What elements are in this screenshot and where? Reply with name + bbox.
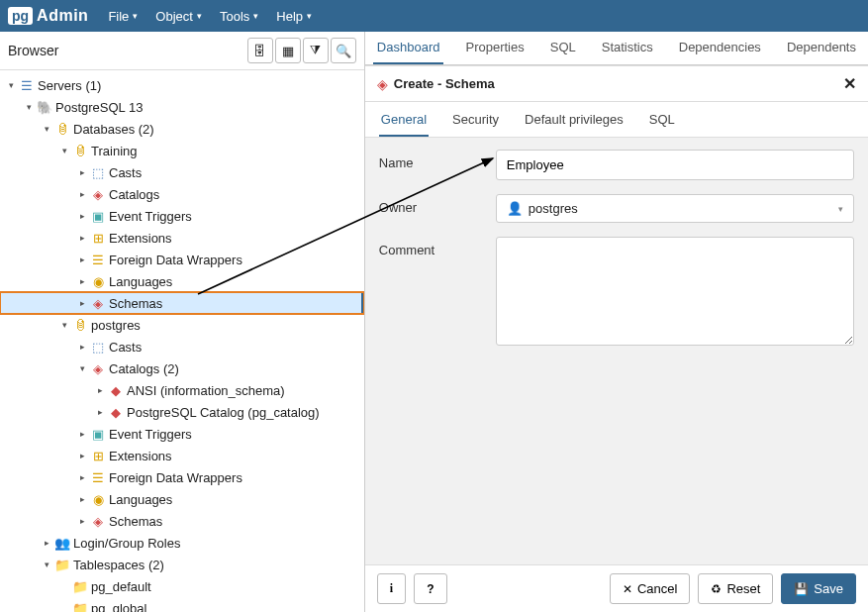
tree-pg13[interactable]: ▾🐘PostgreSQL 13 <box>0 96 364 118</box>
chevron-down-icon: ▾ <box>253 11 258 21</box>
info-button[interactable]: i <box>377 573 406 604</box>
chevron-down-icon: ▾ <box>40 124 53 134</box>
name-input[interactable] <box>496 150 854 180</box>
tree-training-fdw[interactable]: ▸☰Foreign Data Wrappers <box>0 249 364 270</box>
browser-tool-database[interactable]: 🗄 <box>247 38 273 63</box>
browser-tool-grid[interactable]: ▦ <box>275 38 301 63</box>
chevron-right-icon: ▸ <box>93 385 107 395</box>
tree-postgres-catalogs[interactable]: ▾◈Catalogs (2) <box>0 357 364 379</box>
owner-select[interactable]: 👤 postgres ▾ <box>496 194 854 223</box>
chevron-down-icon: ▾ <box>40 560 53 569</box>
tab-statistics[interactable]: Statistics <box>598 32 657 64</box>
menu-help[interactable]: Help▾ <box>276 9 312 24</box>
tree-databases[interactable]: ▾🛢Databases (2) <box>0 118 364 140</box>
save-button[interactable]: 💾Save <box>781 573 856 604</box>
fdw-icon: ☰ <box>89 253 107 267</box>
object-tree[interactable]: ▾☰Servers (1) ▾🐘PostgreSQL 13 ▾🛢Database… <box>0 70 364 612</box>
tree-pgcatalog[interactable]: ▸◆PostgreSQL Catalog (pg_catalog) <box>0 401 364 423</box>
folder-icon: 📁 <box>71 601 89 613</box>
tree-pg-global[interactable]: 📁pg_global <box>0 597 364 612</box>
tree-ansi[interactable]: ▸◆ANSI (information_schema) <box>0 379 364 401</box>
trigger-icon: ▣ <box>89 209 107 224</box>
tree-postgres-eventtriggers[interactable]: ▸▣Event Triggers <box>0 423 364 445</box>
close-button[interactable]: ✕ <box>843 74 856 93</box>
browser-tool-search[interactable]: 🔍 <box>331 38 356 63</box>
menu-tools[interactable]: Tools▾ <box>220 9 258 24</box>
tree-postgres[interactable]: ▾🛢postgres <box>0 314 364 336</box>
save-icon: 💾 <box>794 582 809 596</box>
roles-icon: 👥 <box>53 536 71 551</box>
language-icon: ◉ <box>89 492 107 507</box>
logo-pg: pg <box>8 7 33 25</box>
server-group-icon: ☰ <box>18 78 36 93</box>
tree-training-eventtriggers[interactable]: ▸▣Event Triggers <box>0 205 364 227</box>
tree-postgres-fdw[interactable]: ▸☰Foreign Data Wrappers <box>0 466 364 488</box>
chevron-down-icon: ▾ <box>22 102 36 112</box>
tree-training-languages[interactable]: ▸◉Languages <box>0 270 364 292</box>
dialog-tab-default-privileges[interactable]: Default privileges <box>523 104 626 137</box>
menu-object[interactable]: Object▾ <box>155 9 202 24</box>
logo-admin: Admin <box>37 7 88 25</box>
chevron-right-icon: ▸ <box>75 233 89 243</box>
chevron-right-icon: ▸ <box>75 451 89 460</box>
chevron-down-icon: ▾ <box>133 11 138 21</box>
tab-dependents[interactable]: Dependents <box>783 32 860 64</box>
trigger-icon: ▣ <box>89 427 107 442</box>
tree-login-roles[interactable]: ▸👥Login/Group Roles <box>0 532 364 554</box>
comment-textarea[interactable] <box>496 237 854 346</box>
cast-icon: ⬚ <box>89 165 107 180</box>
tab-dependencies[interactable]: Dependencies <box>675 32 765 64</box>
chevron-down-icon: ▾ <box>57 146 71 155</box>
fdw-icon: ☰ <box>89 470 107 485</box>
dialog-tab-general[interactable]: General <box>379 104 429 137</box>
schema-icon: ◈ <box>89 514 107 529</box>
chevron-right-icon: ▸ <box>75 298 89 308</box>
chevron-right-icon: ▸ <box>75 494 89 504</box>
browser-tool-filter[interactable]: ⧩ <box>303 38 329 63</box>
menu-file[interactable]: File▾ <box>108 9 138 24</box>
chevron-right-icon: ▸ <box>40 538 53 548</box>
tab-sql[interactable]: SQL <box>546 32 580 64</box>
database-icon: 🛢 <box>71 144 89 158</box>
elephant-icon: 🐘 <box>36 100 53 115</box>
dialog-tab-sql[interactable]: SQL <box>647 104 677 137</box>
search-icon: 🔍 <box>336 44 351 58</box>
grid-icon: ▦ <box>282 44 294 58</box>
tree-servers[interactable]: ▾☰Servers (1) <box>0 74 364 96</box>
tree-postgres-extensions[interactable]: ▸⊞Extensions <box>0 445 364 466</box>
schema-icon: ◈ <box>89 296 107 311</box>
user-icon: 👤 <box>507 201 523 216</box>
comment-label: Comment <box>379 237 496 257</box>
tree-pg-default[interactable]: 📁pg_default <box>0 575 364 597</box>
tree-training-schemas[interactable]: ▸◈Schemas <box>0 292 364 314</box>
chevron-down-icon: ▾ <box>4 80 18 90</box>
tab-dashboard[interactable]: Dashboard <box>373 32 444 64</box>
owner-value: postgres <box>529 201 578 216</box>
tree-training-casts[interactable]: ▸⬚Casts <box>0 161 364 183</box>
cancel-button[interactable]: ✕Cancel <box>610 573 690 604</box>
dialog-title: Create - Schema <box>394 76 843 91</box>
create-schema-dialog: ◈ Create - Schema ✕ General Security Def… <box>365 65 868 612</box>
language-icon: ◉ <box>89 274 107 289</box>
tree-training-catalogs[interactable]: ▸◈Catalogs <box>0 183 364 205</box>
database-icon: 🛢 <box>71 318 89 333</box>
schema-icon: ◈ <box>377 76 388 92</box>
reset-button[interactable]: ♻Reset <box>698 573 773 604</box>
chevron-down-icon: ▾ <box>197 11 202 21</box>
tree-training-extensions[interactable]: ▸⊞Extensions <box>0 227 364 249</box>
recycle-icon: ♻ <box>711 582 722 596</box>
tree-postgres-schemas[interactable]: ▸◈Schemas <box>0 510 364 532</box>
browser-title: Browser <box>8 43 58 58</box>
chevron-right-icon: ▸ <box>75 211 89 221</box>
tree-postgres-languages[interactable]: ▸◉Languages <box>0 488 364 510</box>
owner-label: Owner <box>379 194 496 215</box>
tree-tablespaces[interactable]: ▾📁Tablespaces (2) <box>0 554 364 575</box>
chevron-right-icon: ▸ <box>93 407 107 417</box>
tree-postgres-casts[interactable]: ▸⬚Casts <box>0 336 364 357</box>
chevron-right-icon: ▸ <box>75 276 89 286</box>
tree-training[interactable]: ▾🛢Training <box>0 140 364 161</box>
tab-properties[interactable]: Properties <box>461 32 528 64</box>
chevron-right-icon: ▸ <box>75 516 89 526</box>
help-button[interactable]: ? <box>414 573 446 604</box>
dialog-tab-security[interactable]: Security <box>450 104 501 137</box>
